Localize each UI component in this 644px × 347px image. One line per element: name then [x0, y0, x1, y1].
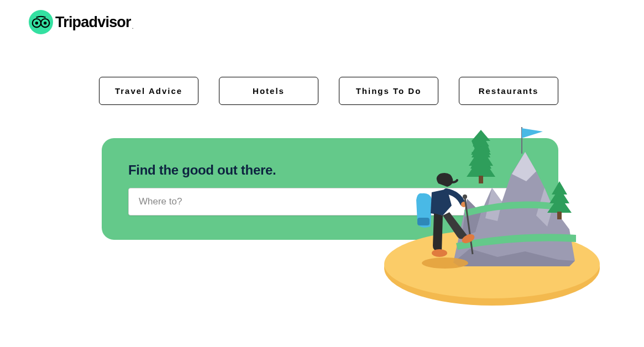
- search-input[interactable]: [128, 188, 516, 215]
- category-tabs: Travel Advice Hotels Things To Do Restau…: [99, 77, 558, 105]
- svg-point-20: [432, 249, 447, 257]
- owl-icon: [29, 10, 53, 34]
- brand-name: Tripadvisor: [55, 14, 131, 31]
- svg-point-3: [44, 22, 46, 24]
- search-heading: Find the good out there.: [128, 162, 532, 178]
- svg-point-2: [35, 22, 38, 24]
- tab-hotels[interactable]: Hotels: [219, 77, 318, 105]
- search-card: Find the good out there.: [102, 138, 558, 240]
- trademark-dot: .: [132, 24, 134, 30]
- tab-travel-advice[interactable]: Travel Advice: [99, 77, 198, 105]
- brand-logo[interactable]: Tripadvisor .: [29, 10, 134, 34]
- tab-restaurants[interactable]: Restaurants: [459, 77, 558, 105]
- svg-point-5: [384, 230, 600, 298]
- svg-point-22: [422, 257, 468, 269]
- tab-things-to-do[interactable]: Things To Do: [339, 77, 438, 105]
- svg-point-4: [384, 230, 600, 306]
